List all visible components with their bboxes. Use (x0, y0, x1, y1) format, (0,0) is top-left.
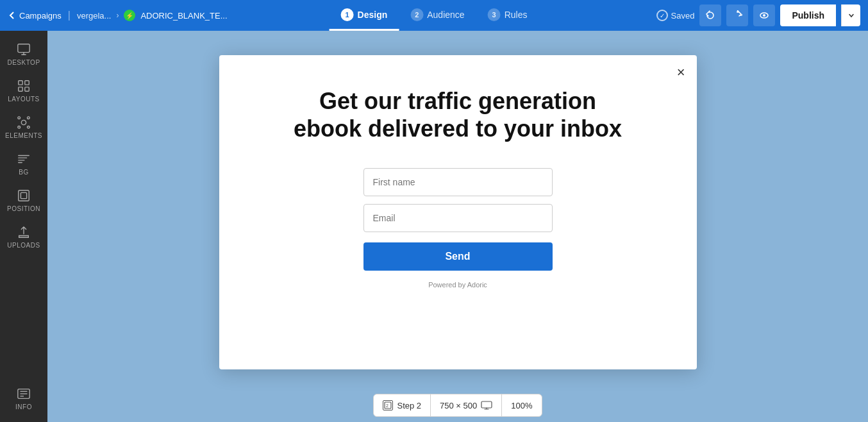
sidebar-item-layouts[interactable]: LAYOUTS (0, 74, 47, 108)
svg-point-9 (28, 117, 30, 119)
step1-number: 1 (341, 8, 354, 21)
saved-check-icon: ✓ (656, 10, 668, 21)
step-audience[interactable]: 2 Audience (399, 0, 476, 31)
step-indicator: 2 Step 2 (374, 394, 431, 416)
adoric-badge: ⚡ (124, 10, 135, 21)
popup-title-line1: Get our traffic generation (319, 88, 596, 114)
popup-title: Get our traffic generation ebook deliver… (294, 87, 622, 142)
popup-modal: × Get our traffic generation ebook deliv… (219, 55, 697, 369)
step-design[interactable]: 1 Design (330, 0, 399, 31)
step1-label: Design (358, 10, 388, 20)
desktop-icon (17, 42, 31, 56)
canvas-inner: × Get our traffic generation ebook deliv… (47, 31, 868, 394)
popup-close-button[interactable]: × (677, 64, 685, 81)
svg-point-11 (28, 126, 30, 129)
email-input[interactable] (363, 204, 553, 232)
sidebar-item-desktop[interactable]: DESKTOP (0, 37, 47, 71)
sidebar-label-bg: BG (19, 169, 28, 176)
preview-button[interactable] (753, 4, 775, 26)
sidebar-item-uploads[interactable]: UPLOADS (0, 220, 47, 254)
nav-separator: | (68, 10, 71, 21)
monitor-icon (481, 401, 492, 410)
sidebar-label-layouts: LAYOUTS (8, 96, 39, 103)
zoom-section: 100% (502, 394, 541, 416)
step2-number: 2 (410, 8, 423, 21)
sidebar: DESKTOP LAYOUTS ELEMENTS (0, 31, 47, 422)
uploads-icon (17, 225, 31, 239)
step2-icon: 2 (383, 400, 393, 410)
top-navigation: Campaigns | vergela... › ⚡ ADORIC_BLANK_… (0, 0, 868, 31)
svg-point-7 (21, 120, 26, 124)
layouts-icon (17, 79, 31, 93)
publish-dropdown-button[interactable] (841, 4, 860, 26)
chevron-down-icon (848, 12, 855, 19)
svg-text:2: 2 (386, 403, 388, 408)
svg-rect-13 (21, 192, 26, 198)
canvas-area: × Get our traffic generation ebook deliv… (47, 31, 868, 422)
step-label: Step 2 (397, 401, 421, 410)
campaigns-link[interactable]: Campaigns (19, 11, 62, 21)
sidebar-label-desktop: DESKTOP (7, 59, 40, 66)
sidebar-item-position[interactable]: POSITION (0, 183, 47, 217)
send-button[interactable]: Send (363, 242, 553, 271)
zoom-value: 100% (511, 401, 532, 410)
dimensions-section: 750 × 500 (431, 394, 502, 416)
svg-rect-3 (19, 81, 22, 85)
svg-point-10 (18, 126, 21, 129)
eye-icon (759, 10, 769, 21)
bottom-status-bar: 2 Step 2 750 × 500 100% (47, 394, 868, 422)
saved-label: Saved (671, 11, 695, 21)
svg-rect-5 (19, 87, 22, 91)
sidebar-item-bg[interactable]: BG (0, 147, 47, 181)
topnav-right-actions: ✓ Saved Publish (656, 4, 860, 26)
step2-label: Audience (427, 10, 464, 20)
step-rules[interactable]: 3 Rules (476, 0, 539, 31)
workflow-steps: 1 Design 2 Audience 3 Rules (330, 0, 539, 31)
svg-rect-12 (19, 190, 29, 201)
svg-rect-20 (481, 401, 492, 408)
position-icon (17, 189, 31, 203)
main-layout: DESKTOP LAYOUTS ELEMENTS (0, 31, 868, 422)
svg-rect-6 (25, 87, 29, 91)
redo-button[interactable] (726, 4, 748, 26)
info-icon (17, 387, 31, 401)
redo-icon (732, 10, 742, 21)
status-pill: 2 Step 2 750 × 500 100% (373, 394, 542, 417)
publish-button[interactable]: Publish (780, 4, 836, 26)
sidebar-label-uploads: UPLOADS (7, 242, 40, 249)
sidebar-item-elements[interactable]: ELEMENTS (0, 110, 47, 144)
back-arrow-icon (8, 11, 17, 20)
dimensions-value: 750 × 500 (440, 401, 477, 410)
undo-icon (705, 10, 715, 21)
svg-rect-4 (25, 81, 29, 85)
elements-icon (17, 115, 31, 130)
campaign-name: vergela... (77, 11, 111, 21)
sidebar-label-elements: ELEMENTS (5, 132, 42, 139)
bg-icon (17, 152, 31, 166)
step3-number: 3 (488, 8, 501, 21)
svg-rect-2 (18, 44, 29, 53)
step2-box-icon: 2 (384, 401, 392, 409)
sidebar-item-info[interactable]: INFO (15, 382, 32, 416)
powered-by: Powered by Adoric (428, 281, 487, 289)
first-name-input[interactable] (363, 168, 553, 196)
undo-button[interactable] (699, 4, 721, 26)
breadcrumb-arrow: › (116, 11, 119, 20)
popup-title-line2: ebook delivered to your inbox (294, 115, 622, 142)
project-title: ADORIC_BLANK_TE... (140, 11, 227, 21)
sidebar-label-info: INFO (15, 403, 32, 410)
svg-point-1 (763, 14, 765, 17)
step3-label: Rules (505, 10, 528, 20)
sidebar-label-position: POSITION (7, 205, 40, 212)
svg-point-8 (18, 117, 21, 119)
popup-form: Send (363, 168, 553, 271)
back-to-campaigns[interactable]: Campaigns (8, 11, 62, 21)
saved-indicator: ✓ Saved (656, 10, 695, 21)
